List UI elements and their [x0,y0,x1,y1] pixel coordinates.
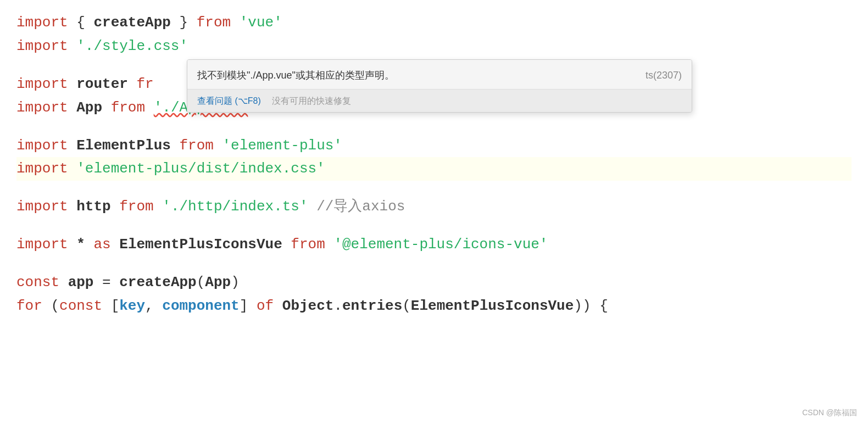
identifier-app: App [76,99,102,116]
dot: . [333,298,342,314]
keyword-from: from [291,236,325,253]
keyword-for: for [16,298,42,314]
identifier-app-var: app [68,274,94,291]
identifier-createapp: createApp [93,14,170,31]
tooltip-ts-code: ts(2307) [646,68,682,83]
code-line-1: import { createApp } from 'vue' [16,11,852,35]
code-line-elementplus: import ElementPlus from 'element-plus' [16,134,852,158]
tooltip-main: 找不到模块"./App.vue"或其相应的类型声明。 ts(2307) [187,60,692,89]
string-element-plus: 'element-plus' [222,137,342,154]
watermark: CSDN @陈福国 [802,406,857,419]
identifier-http: http [76,198,110,215]
keyword-from: from [179,137,213,154]
identifier-object: Object [282,298,334,314]
keyword-from: from [111,99,145,116]
keyword-import: import [16,76,68,92]
paren: ( [197,274,205,291]
code-editor: import { createApp } from 'vue' import '… [0,0,868,424]
tooltip-error-text: 找不到模块"./App.vue"或其相应的类型声明。 [197,68,394,83]
code-line-empty-3 [16,181,852,195]
identifier-icons-vue: ElementPlusIconsVue [119,236,282,253]
keyword-import: import [16,160,68,177]
paren-open: ( [51,298,59,314]
keyword-import: import [16,137,68,154]
string-style: './style.css' [76,38,188,54]
code-line-const-app: const app = createApp(App) [16,271,852,294]
identifier-elementplus: ElementPlus [76,137,171,154]
tooltip-popup: 找不到模块"./App.vue"或其相应的类型声明。 ts(2307) 查看问题… [187,59,692,113]
code-line-for: for (const [key, component] of Object.en… [16,294,852,318]
identifier-entries: entries [342,298,402,314]
comma: , [145,298,154,314]
keyword-import: import [16,14,68,31]
bracket-close: ] [240,298,248,314]
tooltip-no-fix: 没有可用的快速修复 [272,94,351,108]
comment-axios: //导入axios [316,198,405,215]
code-line-elementplus-css: import 'element-plus/dist/index.css' [16,157,852,181]
string-element-plus-css: 'element-plus/dist/index.css' [76,160,325,177]
keyword-fr: fr [136,76,153,92]
string-http: './http/index.ts' [162,198,308,215]
keyword-const: const [16,274,59,291]
identifier-router: router [76,76,128,92]
paren: ) [231,274,240,291]
keyword-const: const [59,298,102,314]
paren-close-double: )) [574,298,591,314]
code-line-empty-2 [16,120,852,134]
code-line-icons: import * as ElementPlusIconsVue from '@e… [16,233,852,256]
keyword-import: import [16,99,68,116]
identifier-component: component [162,298,239,314]
asterisk: * [76,236,85,253]
brace: } [180,14,188,31]
equals: = [102,274,111,291]
code-line-empty-5 [16,256,852,271]
brace: { [76,14,85,31]
identifier-key: key [119,298,145,314]
curly-open: { [599,298,608,314]
keyword-import: import [16,236,68,253]
keyword-import: import [16,198,68,215]
identifier-createapp-call: createApp [119,274,196,291]
keyword-as: as [93,236,110,253]
code-line-http: import http from './http/index.ts' //导入a… [16,195,852,219]
code-line-2: import './style.css' [16,35,852,58]
paren: ( [402,298,411,314]
string-vue: 'vue' [240,14,282,31]
identifier-icons-param: ElementPlusIconsVue [411,298,574,314]
keyword-from: from [197,14,231,31]
keyword-from: from [119,198,153,215]
tooltip-actions: 查看问题 (⌥F8) 没有可用的快速修复 [187,89,692,113]
keyword-import: import [16,38,68,54]
code-line-empty-4 [16,219,852,233]
tooltip-view-problem[interactable]: 查看问题 (⌥F8) [197,94,261,108]
string-icons-vue: '@element-plus/icons-vue' [333,236,548,253]
keyword-of: of [257,298,274,314]
identifier-app-arg: App [205,274,231,291]
bracket-open: [ [111,298,120,314]
